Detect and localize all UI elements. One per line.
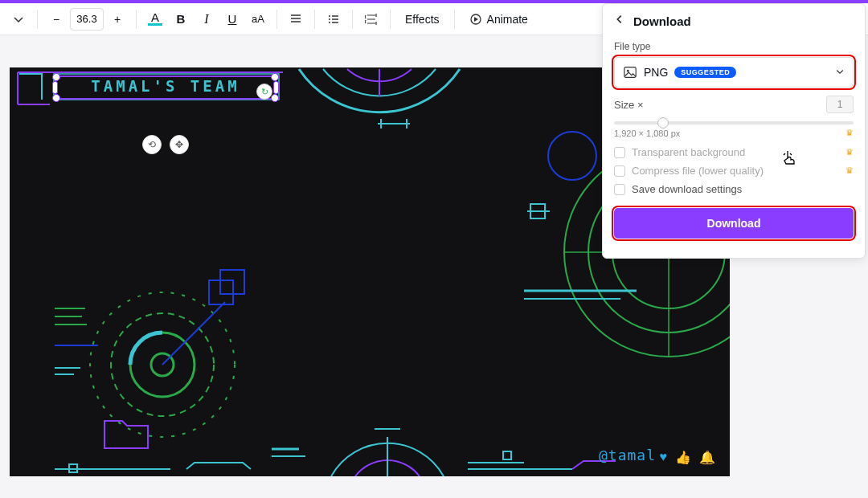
size-row: Size ×: [614, 96, 854, 113]
option-label: Transparent background: [632, 146, 745, 158]
toolbar-separator: [136, 10, 137, 29]
size-slider[interactable]: [614, 121, 854, 124]
toolbar-separator: [314, 10, 315, 29]
social-icons: ♥ 👍 🔔: [660, 450, 716, 465]
animate-button[interactable]: Animate: [461, 7, 536, 31]
bold-button[interactable]: B: [169, 7, 193, 31]
svg-point-0: [329, 15, 330, 17]
toolbar-separator: [276, 10, 277, 29]
element-controls: ⟲ ✥: [142, 135, 189, 154]
effects-button[interactable]: Effects: [397, 7, 448, 31]
slider-thumb[interactable]: [657, 117, 669, 129]
svg-rect-41: [503, 451, 511, 459]
chevron-down-icon: [12, 13, 25, 26]
cursor-icon: [783, 149, 797, 169]
toolbar-separator: [37, 10, 38, 29]
file-type-label: File type: [614, 41, 854, 52]
spacing-button[interactable]: [359, 7, 383, 31]
svg-rect-42: [624, 67, 636, 78]
svg-point-1: [329, 18, 330, 20]
text-align-button[interactable]: [284, 7, 308, 31]
suggested-badge: SUGGESTED: [674, 67, 736, 78]
handle-text: @tamal: [599, 447, 656, 463]
align-icon: [289, 13, 302, 26]
dimensions-row: 1,920 × 1,080 px ♛: [614, 128, 854, 138]
size-label: Size ×: [614, 99, 644, 111]
chevron-down-icon: [835, 65, 845, 80]
font-size-increase[interactable]: +: [105, 7, 129, 31]
underline-button[interactable]: U: [220, 7, 244, 31]
crown-icon: ♛: [845, 128, 854, 138]
text-color-icon: A: [148, 12, 162, 26]
rotate-handle[interactable]: ↻: [256, 84, 272, 100]
option-label: Save download settings: [632, 183, 742, 195]
selection-box[interactable]: [55, 76, 276, 100]
download-panel: Download File type PNG SUGGESTED Size × …: [602, 3, 866, 259]
move-handle[interactable]: ✥: [170, 135, 189, 154]
spacing-icon: [365, 13, 378, 26]
checkbox[interactable]: [614, 184, 625, 195]
chevron-left-icon: [614, 14, 625, 25]
crown-icon: ♛: [845, 165, 854, 176]
toolbar-separator: [454, 10, 455, 29]
svg-point-13: [548, 132, 596, 180]
text-color-button[interactable]: A: [143, 7, 167, 31]
panel-header: Download: [614, 14, 854, 28]
save-settings-option[interactable]: Save download settings: [614, 183, 854, 195]
compress-option[interactable]: Compress file (lower quality) ♛: [614, 165, 854, 177]
svg-point-2: [329, 22, 330, 23]
crown-icon: ♛: [845, 147, 854, 157]
download-button[interactable]: Download: [614, 208, 854, 239]
list-icon: [327, 13, 340, 26]
panel-title: Download: [633, 14, 691, 28]
app-accent-strip: [0, 0, 868, 3]
transparent-bg-option[interactable]: Transparent background ♛: [614, 146, 854, 158]
font-size-decrease[interactable]: −: [44, 7, 68, 31]
option-label: Compress file (lower quality): [632, 165, 764, 177]
animate-icon: [469, 13, 482, 26]
heart-icon: ♥: [660, 450, 668, 465]
file-type-select[interactable]: PNG SUGGESTED: [614, 57, 854, 88]
checkbox[interactable]: [614, 165, 625, 177]
list-button[interactable]: [321, 7, 346, 31]
text-case-button[interactable]: aA: [246, 7, 270, 31]
italic-button[interactable]: I: [194, 7, 219, 31]
toolbar-separator: [390, 10, 391, 29]
file-type-value: PNG: [644, 66, 668, 79]
sync-handle[interactable]: ⟲: [142, 135, 162, 154]
svg-point-43: [627, 70, 629, 72]
font-family-dropdown[interactable]: [6, 7, 31, 31]
thumbs-up-icon: 👍: [675, 450, 691, 465]
dimensions-text: 1,920 × 1,080 px: [614, 129, 680, 138]
toolbar-separator: [352, 10, 353, 29]
checkbox[interactable]: [614, 147, 625, 158]
font-size-input[interactable]: [70, 8, 104, 31]
image-icon: [623, 65, 637, 80]
back-button[interactable]: [614, 14, 625, 28]
size-input[interactable]: [826, 96, 854, 113]
bell-icon: 🔔: [699, 450, 715, 465]
